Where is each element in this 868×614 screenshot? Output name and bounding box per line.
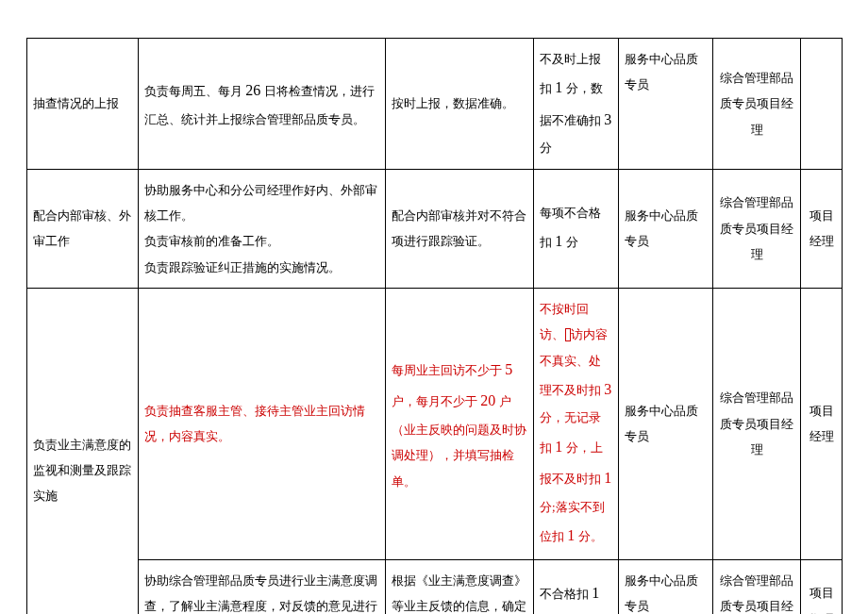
cell-desc: 协助服务中心和分公司经理作好内、外部审核工作。 负责审核前的准备工作。 负责跟踪… [139, 169, 386, 288]
table-row: 抽查情况的上报 负责每周五、每月 26 日将检查情况，进行汇总、统计并上报综合管… [27, 39, 843, 170]
cell-item: 抽查情况的上报 [27, 39, 139, 170]
cell-checker: 服务中心品质专员 [619, 39, 713, 170]
assessment-table: 抽查情况的上报 负责每周五、每月 26 日将检查情况，进行汇总、统计并上报综合管… [26, 38, 843, 614]
cell-reviewer: 综合管理部品质专员项目经理 [713, 39, 801, 170]
cell-desc: 协助综合管理部品质专员进行业主满意度调查，了解业主满意程度，对反馈的意见进行汇总… [139, 559, 386, 614]
cell-checker: 服务中心品质专员 [619, 169, 713, 288]
cell-standard: 配合内部审核并对不符合项进行跟踪验证。 [386, 169, 534, 288]
table-row: 配合内部审核、外审工作 协助服务中心和分公司经理作好内、外部审核工作。 负责审核… [27, 169, 843, 288]
cell-standard: 按时上报，数据准确。 [386, 39, 534, 170]
cell-desc: 负责抽查客服主管、接待主管业主回访情况，内容真实。 [139, 288, 386, 559]
cell-reviewer: 综合管理部品质专员项目经理 [713, 559, 801, 614]
cell-standard: 每周业主回访不少于 5 户，每月不少于 20 户（业主反映的问题及时协调处理），… [386, 288, 534, 559]
cell-checker: 服务中心品质专员 [619, 288, 713, 559]
cell-item: 负责业主满意度的监视和测量及跟踪实施 [27, 288, 139, 614]
cell-desc: 负责每周五、每月 26 日将检查情况，进行汇总、统计并上报综合管理部品质专员。 [139, 39, 386, 170]
cell-score: 每项不合格扣 1 分 [534, 169, 619, 288]
text-cursor-icon [565, 328, 571, 341]
cell-item: 配合内部审核、外审工作 [27, 169, 139, 288]
cell-score: 不合格扣 1 分 [534, 559, 619, 614]
cell-approver: 项目经理 [801, 169, 843, 288]
cell-approver: 项目经理 [801, 559, 843, 614]
table-row: 负责业主满意度的监视和测量及跟踪实施 负责抽查客服主管、接待主管业主回访情况，内… [27, 288, 843, 559]
cell-reviewer: 综合管理部品质专员项目经理 [713, 288, 801, 559]
cell-reviewer: 综合管理部品质专员项目经理 [713, 169, 801, 288]
cell-checker: 服务中心品质专员 [619, 559, 713, 614]
cell-approver: 项目经理 [801, 288, 843, 559]
cell-standard: 根据《业主满意度调查》等业主反馈的信息，确定责任部门，并跟踪落 [386, 559, 534, 614]
cell-score: 不按时回访、访内容不真实、处理不及时扣 3 分，无记录扣 1 分，上报不及时扣 … [534, 288, 619, 559]
cell-approver [801, 39, 843, 170]
cell-score: 不及时上报扣 1 分，数据不准确扣 3 分 [534, 39, 619, 170]
table-row: 协助综合管理部品质专员进行业主满意度调查，了解业主满意程度，对反馈的意见进行汇总… [27, 559, 843, 614]
